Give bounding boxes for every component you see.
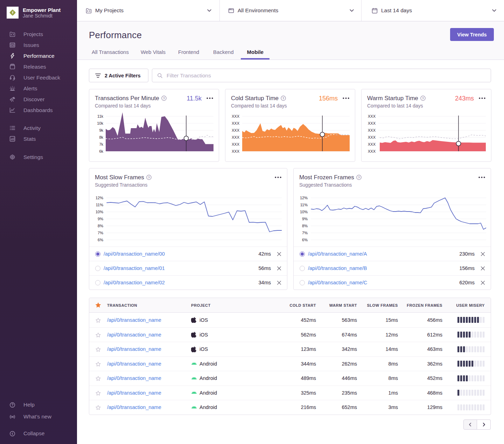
svg-text:11k: 11k: [97, 114, 103, 118]
svg-text:XXX: XXX: [232, 135, 240, 139]
svg-text:7k: 7k: [99, 142, 103, 146]
svg-text:10%: 10%: [96, 210, 103, 214]
svg-text:8%: 8%: [98, 224, 103, 228]
svg-text:6%: 6%: [98, 238, 103, 242]
svg-text:12%: 12%: [300, 196, 308, 200]
svg-text:XXX: XXX: [368, 142, 376, 146]
svg-text:11%: 11%: [300, 203, 308, 207]
svg-text:XXX: XXX: [368, 114, 376, 118]
svg-text:?: ?: [282, 97, 284, 100]
svg-text:8k: 8k: [99, 135, 103, 139]
svg-text:XXX: XXX: [232, 149, 240, 153]
svg-text:6%: 6%: [302, 238, 308, 242]
svg-text:7%: 7%: [98, 231, 103, 235]
svg-text:6k: 6k: [99, 149, 103, 153]
svg-text:9%: 9%: [302, 217, 308, 221]
svg-text:9%: 9%: [98, 217, 103, 221]
svg-text:10%: 10%: [300, 210, 308, 214]
svg-text:?: ?: [163, 97, 164, 100]
svg-text:XXX: XXX: [232, 114, 240, 118]
svg-text:9k: 9k: [99, 128, 103, 132]
svg-text:XXX: XXX: [368, 135, 376, 139]
svg-text:?: ?: [422, 97, 424, 100]
svg-text:8%: 8%: [302, 224, 308, 228]
svg-text:XXX: XXX: [232, 142, 240, 146]
svg-text:12%: 12%: [96, 196, 103, 200]
svg-text:XXX: XXX: [368, 149, 376, 153]
svg-text:XXX: XXX: [232, 121, 240, 125]
svg-text:XXX: XXX: [368, 121, 376, 125]
svg-text:XXX: XXX: [232, 128, 240, 132]
svg-text:XXX: XXX: [368, 128, 376, 132]
svg-text:7%: 7%: [302, 231, 308, 235]
svg-text:10k: 10k: [97, 121, 103, 125]
svg-text:11%: 11%: [96, 203, 103, 207]
svg-text:?: ?: [148, 176, 150, 179]
svg-text:?: ?: [358, 176, 360, 179]
